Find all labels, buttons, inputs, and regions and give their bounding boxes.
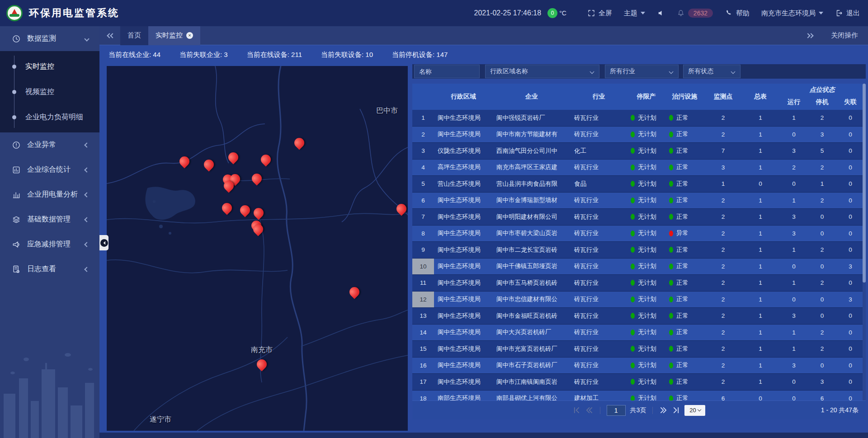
table-row[interactable]: 4高坪生态环境局南充市高坪区王家店建砖瓦行业无计划正常31220	[412, 160, 866, 176]
status-dot-icon	[631, 379, 635, 385]
cell-stopped: 0	[809, 259, 835, 275]
cell-monitor: 2	[704, 292, 742, 308]
cell-run: 3	[778, 209, 809, 225]
cell-monitor: 6	[704, 391, 742, 401]
table-row[interactable]: 12阆中生态环境局阆中市忠信建材有限公砖瓦行业无计划正常21003	[412, 292, 866, 308]
table-scrollbar[interactable]	[863, 84, 866, 400]
prev-page-button[interactable]	[585, 406, 594, 414]
last-page-button[interactable]	[672, 406, 680, 414]
table-row[interactable]: 9阆中生态环境局阆中市二龙长宝页岩砖砖瓦行业无计划正常21120	[412, 242, 866, 259]
org-dropdown[interactable]: 南充市生态环境局	[761, 9, 823, 18]
sidebar-subitem-3[interactable]: 企业电力负荷明细	[0, 104, 99, 130]
cell-stopped: 3	[809, 374, 835, 390]
cell-facility-status: 正常	[665, 242, 704, 258]
cell-facility-status: 正常	[665, 391, 704, 401]
tab-realtime-monitor[interactable]: 实时监控 ×	[148, 26, 200, 45]
sidebar-item-label: 数据监测	[27, 34, 85, 43]
theme-dropdown[interactable]: 主题	[624, 9, 645, 18]
cell-region: 阆中生态环境局	[434, 308, 493, 324]
table-row[interactable]: 18南部生态环境局南部县砌优上河有限公建材加工无计划正常60060	[412, 391, 866, 401]
cell-facility-status: 正常	[665, 374, 704, 390]
tabs-scroll-right-button[interactable]	[807, 34, 813, 38]
status-dot-icon	[669, 379, 673, 385]
table-row[interactable]: 2阆中生态环境局阆中市南方节能建材有砖瓦行业无计划正常21030	[412, 127, 866, 143]
cell-meter: 1	[742, 226, 778, 242]
cell-region: 阆中生态环境局	[434, 275, 493, 291]
cell-run: 3	[778, 143, 809, 159]
region-filter-select[interactable]: 行政区域名称	[485, 65, 599, 78]
sidebar-collapse-handle[interactable]	[99, 235, 108, 250]
sidebar-item-6[interactable]: 应急减排管理	[0, 232, 99, 257]
table-row[interactable]: 13阆中生态环境局阆中市金福旺页岩机砖砖瓦行业无计划正常21300	[412, 308, 866, 325]
cell-meter: 1	[742, 275, 778, 291]
layers-icon	[12, 215, 21, 224]
cell-num: 18	[412, 391, 434, 401]
cell-lost: 0	[835, 374, 866, 390]
sidebar-item-5[interactable]: 基础数据管理	[0, 207, 99, 232]
cell-company: 阆中市五马桥页岩机砖	[493, 275, 571, 291]
table-row[interactable]: 16阆中生态环境局阆中市石子页岩机砖厂砖瓦行业无计划正常21300	[412, 358, 866, 374]
sidebar-item-7[interactable]: 日志查看	[0, 257, 99, 282]
cell-stop-status: 无计划	[627, 209, 665, 225]
table-row[interactable]: 8阆中生态环境局阆中市枣碧大梁山页岩砖瓦行业无计划异常21300	[412, 226, 866, 242]
table-row[interactable]: 17阆中生态环境局阆中市江南镇阆南页岩砖瓦行业无计划正常21030	[412, 374, 866, 391]
cell-lost: 0	[835, 160, 866, 176]
chevron-down-icon	[731, 70, 736, 74]
cell-lost: 0	[835, 176, 866, 192]
status-dot-icon	[669, 247, 673, 253]
cell-stop-status: 无计划	[627, 374, 665, 390]
name-filter-input[interactable]	[419, 68, 475, 75]
status-dot-icon	[669, 231, 673, 236]
name-filter[interactable]	[414, 65, 480, 78]
chevron-down-icon	[641, 12, 645, 14]
industry-filter-select[interactable]: 所有行业	[605, 65, 679, 78]
status-dot-icon	[631, 264, 635, 269]
table-row[interactable]: 11阆中生态环境局阆中市五马桥页岩机砖砖瓦行业无计划正常21120	[412, 275, 866, 292]
table-row[interactable]: 1阆中生态环境局阆中强锐页岩砖厂砖瓦行业无计划正常21120	[412, 110, 866, 127]
tab-home[interactable]: 首页	[120, 26, 148, 45]
cell-stop-status: 无计划	[627, 242, 665, 258]
scrollbar-thumb[interactable]	[863, 84, 866, 283]
sidebar-item-1[interactable]: 数据监测	[0, 26, 99, 51]
status-filter-select[interactable]: 所有状态	[683, 65, 741, 78]
table-row[interactable]: 15阆中生态环境局阆中市光富页岩机砖厂砖瓦行业无计划正常21120	[412, 341, 866, 358]
chevron-down-icon	[697, 408, 701, 411]
next-page-button[interactable]	[659, 406, 667, 414]
cell-stop-status: 无计划	[627, 127, 665, 143]
chart-icon	[12, 190, 21, 199]
cell-num: 4	[412, 160, 434, 176]
page-size-select[interactable]: 20	[684, 405, 705, 416]
sidebar-item-3[interactable]: 企业综合统计	[0, 157, 99, 182]
sidebar-item-4[interactable]: 企业用电量分析	[0, 182, 99, 207]
first-page-button[interactable]	[573, 406, 581, 414]
notification-bell[interactable]: 2632	[677, 9, 713, 18]
close-operations-button[interactable]: 关闭操作	[831, 31, 858, 40]
fullscreen-button[interactable]: 全屏	[587, 9, 612, 18]
sidebar-item-2[interactable]: 企业异常	[0, 132, 99, 157]
table-row[interactable]: 6阆中生态环境局阆中市金博瑞新型墙材砖瓦行业无计划正常21120	[412, 193, 866, 209]
table-row[interactable]: 14阆中生态环境局阆中大兴页岩机砖厂砖瓦行业无计划正常21120	[412, 325, 866, 341]
cell-monitor: 3	[704, 160, 742, 176]
map-panel[interactable]: 巴中市南充市遂宁市	[107, 66, 408, 431]
logout-button[interactable]: 退出	[835, 9, 860, 18]
table-row[interactable]: 5营山生态环境局营山县润丰肉食品有限食品无计划正常10010	[412, 176, 866, 193]
tabs-scroll-left-button[interactable]	[108, 34, 114, 38]
table-row[interactable]: 7阆中生态环境局阆中明阳建材有限公司砖瓦行业无计划正常21300	[412, 209, 866, 226]
city-label: 巴中市	[376, 106, 398, 116]
sidebar-subitem-2[interactable]: 视频监控	[0, 79, 99, 104]
cell-lost: 0	[835, 127, 866, 143]
mute-button[interactable]	[657, 9, 665, 17]
cell-stopped: 6	[809, 391, 835, 401]
table-row[interactable]: 3仪陇生态环境局西南油气田分公司川中化工无计划正常71350	[412, 143, 866, 160]
page-number-input[interactable]	[607, 405, 626, 416]
cell-monitor: 2	[704, 358, 742, 374]
help-button[interactable]: 帮助	[725, 9, 750, 18]
cell-run: 0	[778, 259, 809, 275]
cell-monitor: 2	[704, 259, 742, 275]
close-tab-icon[interactable]: ×	[186, 32, 193, 39]
sidebar-subitem-1[interactable]: 实时监控	[0, 54, 99, 79]
cell-region: 南部生态环境局	[434, 391, 493, 401]
cell-industry: 砖瓦行业	[571, 325, 627, 341]
table-row[interactable]: 10阆中生态环境局阆中千佛镇五郎垭页岩砖瓦行业无计划正常21003	[412, 259, 866, 275]
cell-facility-status: 正常	[665, 292, 704, 308]
